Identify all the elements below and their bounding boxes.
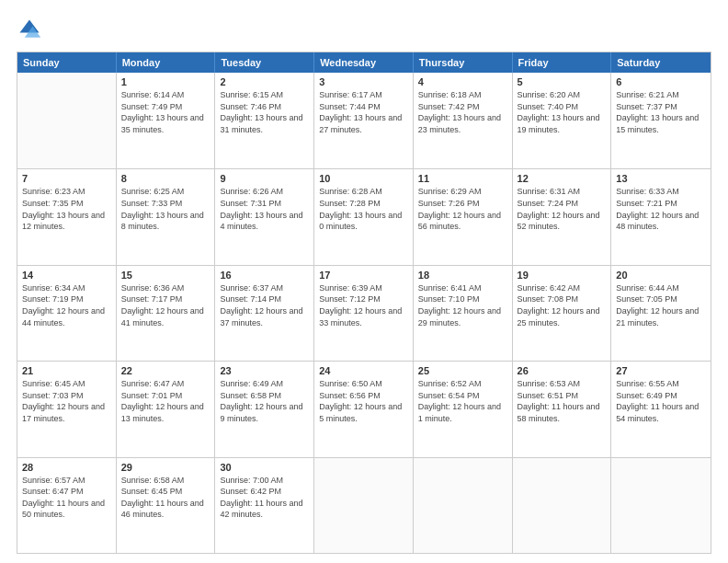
week-row-4: 21Sunrise: 6:45 AMSunset: 7:03 PMDayligh… — [17, 361, 711, 456]
day-cell-14: 14Sunrise: 6:34 AMSunset: 7:19 PMDayligh… — [17, 266, 117, 361]
day-cell-26: 26Sunrise: 6:53 AMSunset: 6:51 PMDayligh… — [513, 362, 612, 456]
day-number: 15 — [121, 270, 210, 281]
day-number: 14 — [22, 270, 111, 281]
header-day-thursday: Thursday — [414, 52, 513, 73]
day-number: 4 — [418, 76, 507, 87]
day-number: 21 — [22, 365, 111, 376]
day-cell-11: 11Sunrise: 6:29 AMSunset: 7:26 PMDayligh… — [414, 169, 513, 264]
header-day-sunday: Sunday — [17, 52, 117, 73]
day-cell-16: 16Sunrise: 6:37 AMSunset: 7:14 PMDayligh… — [215, 266, 314, 361]
day-info: Sunrise: 6:25 AMSunset: 7:33 PMDaylight:… — [121, 186, 210, 232]
day-cell-6: 6Sunrise: 6:21 AMSunset: 7:37 PMDaylight… — [611, 73, 711, 168]
day-cell-2: 2Sunrise: 6:15 AMSunset: 7:46 PMDaylight… — [215, 73, 314, 168]
day-number: 25 — [418, 365, 507, 376]
day-info: Sunrise: 6:20 AMSunset: 7:40 PMDaylight:… — [518, 89, 607, 135]
day-cell-24: 24Sunrise: 6:50 AMSunset: 6:56 PMDayligh… — [314, 362, 414, 456]
day-cell-28: 28Sunrise: 6:57 AMSunset: 6:47 PMDayligh… — [17, 458, 117, 553]
day-info: Sunrise: 7:00 AMSunset: 6:42 PMDaylight:… — [220, 475, 309, 521]
day-cell-8: 8Sunrise: 6:25 AMSunset: 7:33 PMDaylight… — [117, 169, 216, 264]
page: SundayMondayTuesdayWednesdayThursdayFrid… — [0, 0, 728, 563]
day-number: 12 — [518, 173, 607, 184]
day-info: Sunrise: 6:49 AMSunset: 6:58 PMDaylight:… — [220, 378, 309, 424]
day-number: 19 — [518, 270, 607, 281]
day-info: Sunrise: 6:15 AMSunset: 7:46 PMDaylight:… — [220, 89, 309, 135]
day-info: Sunrise: 6:33 AMSunset: 7:21 PMDaylight:… — [616, 186, 706, 232]
day-cell-4: 4Sunrise: 6:18 AMSunset: 7:42 PMDaylight… — [414, 73, 513, 168]
day-info: Sunrise: 6:39 AMSunset: 7:12 PMDaylight:… — [319, 282, 408, 328]
day-number: 24 — [319, 365, 408, 376]
day-info: Sunrise: 6:18 AMSunset: 7:42 PMDaylight:… — [418, 89, 507, 135]
day-info: Sunrise: 6:57 AMSunset: 6:47 PMDaylight:… — [22, 475, 111, 521]
day-cell-9: 9Sunrise: 6:26 AMSunset: 7:31 PMDaylight… — [215, 169, 314, 264]
day-number: 16 — [220, 270, 309, 281]
day-number: 20 — [616, 270, 706, 281]
day-number: 26 — [518, 365, 607, 376]
day-cell-1: 1Sunrise: 6:14 AMSunset: 7:49 PMDaylight… — [117, 73, 216, 168]
day-cell-23: 23Sunrise: 6:49 AMSunset: 6:58 PMDayligh… — [215, 362, 314, 456]
day-cell-10: 10Sunrise: 6:28 AMSunset: 7:28 PMDayligh… — [314, 169, 414, 264]
day-cell-18: 18Sunrise: 6:41 AMSunset: 7:10 PMDayligh… — [414, 266, 513, 361]
day-cell-5: 5Sunrise: 6:20 AMSunset: 7:40 PMDaylight… — [513, 73, 612, 168]
day-info: Sunrise: 6:37 AMSunset: 7:14 PMDaylight:… — [220, 282, 309, 328]
header-day-saturday: Saturday — [611, 52, 711, 73]
week-row-5: 28Sunrise: 6:57 AMSunset: 6:47 PMDayligh… — [17, 457, 711, 553]
day-info: Sunrise: 6:41 AMSunset: 7:10 PMDaylight:… — [418, 282, 507, 328]
day-number: 6 — [616, 76, 706, 87]
logo — [17, 17, 46, 42]
day-info: Sunrise: 6:44 AMSunset: 7:05 PMDaylight:… — [616, 282, 706, 328]
day-info: Sunrise: 6:34 AMSunset: 7:19 PMDaylight:… — [22, 282, 111, 328]
day-number: 5 — [518, 76, 607, 87]
day-number: 9 — [220, 173, 309, 184]
header-day-wednesday: Wednesday — [314, 52, 414, 73]
day-number: 3 — [319, 76, 408, 87]
header-day-friday: Friday — [513, 52, 612, 73]
day-number: 27 — [616, 365, 706, 376]
day-cell-22: 22Sunrise: 6:47 AMSunset: 7:01 PMDayligh… — [117, 362, 216, 456]
calendar-header: SundayMondayTuesdayWednesdayThursdayFrid… — [17, 52, 711, 73]
day-cell-3: 3Sunrise: 6:17 AMSunset: 7:44 PMDaylight… — [314, 73, 414, 168]
day-number: 17 — [319, 270, 408, 281]
day-number: 7 — [22, 173, 111, 184]
day-cell-12: 12Sunrise: 6:31 AMSunset: 7:24 PMDayligh… — [513, 169, 612, 264]
day-info: Sunrise: 6:36 AMSunset: 7:17 PMDaylight:… — [121, 282, 210, 328]
week-row-3: 14Sunrise: 6:34 AMSunset: 7:19 PMDayligh… — [17, 265, 711, 361]
day-number: 29 — [121, 462, 210, 473]
week-row-2: 7Sunrise: 6:23 AMSunset: 7:35 PMDaylight… — [17, 168, 711, 264]
day-cell-13: 13Sunrise: 6:33 AMSunset: 7:21 PMDayligh… — [611, 169, 711, 264]
day-info: Sunrise: 6:26 AMSunset: 7:31 PMDaylight:… — [220, 186, 309, 232]
day-number: 28 — [22, 462, 111, 473]
day-cell-27: 27Sunrise: 6:55 AMSunset: 6:49 PMDayligh… — [611, 362, 711, 456]
day-info: Sunrise: 6:14 AMSunset: 7:49 PMDaylight:… — [121, 89, 210, 135]
day-cell-15: 15Sunrise: 6:36 AMSunset: 7:17 PMDayligh… — [117, 266, 216, 361]
day-info: Sunrise: 6:23 AMSunset: 7:35 PMDaylight:… — [22, 186, 111, 232]
day-cell-7: 7Sunrise: 6:23 AMSunset: 7:35 PMDaylight… — [17, 169, 117, 264]
day-cell-20: 20Sunrise: 6:44 AMSunset: 7:05 PMDayligh… — [611, 266, 711, 361]
empty-cell — [611, 458, 711, 553]
empty-cell — [414, 458, 513, 553]
day-number: 18 — [418, 270, 507, 281]
day-cell-29: 29Sunrise: 6:58 AMSunset: 6:45 PMDayligh… — [117, 458, 216, 553]
day-info: Sunrise: 6:29 AMSunset: 7:26 PMDaylight:… — [418, 186, 507, 232]
calendar: SundayMondayTuesdayWednesdayThursdayFrid… — [17, 52, 711, 554]
day-info: Sunrise: 6:21 AMSunset: 7:37 PMDaylight:… — [616, 89, 706, 135]
day-info: Sunrise: 6:50 AMSunset: 6:56 PMDaylight:… — [319, 378, 408, 424]
day-number: 1 — [121, 76, 210, 87]
day-info: Sunrise: 6:55 AMSunset: 6:49 PMDaylight:… — [616, 378, 706, 424]
logo-icon — [17, 17, 42, 42]
day-number: 8 — [121, 173, 210, 184]
header — [17, 17, 711, 42]
header-day-tuesday: Tuesday — [215, 52, 314, 73]
day-info: Sunrise: 6:53 AMSunset: 6:51 PMDaylight:… — [518, 378, 607, 424]
day-info: Sunrise: 6:45 AMSunset: 7:03 PMDaylight:… — [22, 378, 111, 424]
day-info: Sunrise: 6:28 AMSunset: 7:28 PMDaylight:… — [319, 186, 408, 232]
day-cell-19: 19Sunrise: 6:42 AMSunset: 7:08 PMDayligh… — [513, 266, 612, 361]
day-info: Sunrise: 6:17 AMSunset: 7:44 PMDaylight:… — [319, 89, 408, 135]
empty-cell — [17, 73, 117, 168]
day-number: 13 — [616, 173, 706, 184]
calendar-body: 1Sunrise: 6:14 AMSunset: 7:49 PMDaylight… — [17, 73, 711, 553]
day-number: 23 — [220, 365, 309, 376]
day-cell-25: 25Sunrise: 6:52 AMSunset: 6:54 PMDayligh… — [414, 362, 513, 456]
day-cell-30: 30Sunrise: 7:00 AMSunset: 6:42 PMDayligh… — [215, 458, 314, 553]
empty-cell — [314, 458, 414, 553]
day-cell-17: 17Sunrise: 6:39 AMSunset: 7:12 PMDayligh… — [314, 266, 414, 361]
